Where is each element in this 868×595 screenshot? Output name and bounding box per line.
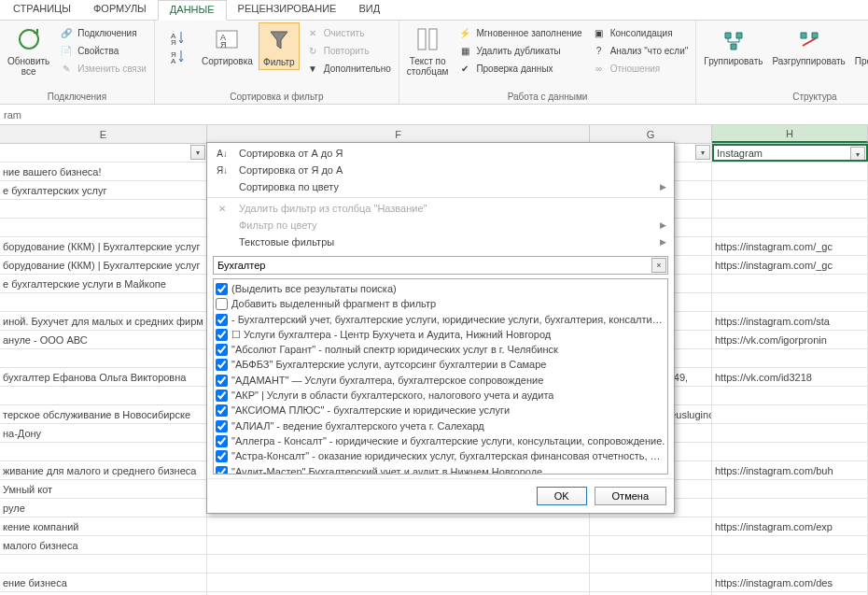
flash-fill-button[interactable]: ⚡Мгновенное заполнение xyxy=(454,24,585,41)
cell[interactable] xyxy=(712,275,868,292)
cell[interactable]: ние вашего бизнеса! xyxy=(0,163,207,180)
cancel-button[interactable]: Отмена xyxy=(595,487,666,505)
filter-checkbox-item[interactable]: "Аудит-Мастер" Бухгалтерский учет и ауди… xyxy=(216,464,665,475)
cell[interactable] xyxy=(712,387,868,404)
cell[interactable] xyxy=(712,480,868,498)
filter-checkbox[interactable] xyxy=(216,435,228,447)
data-validation-button[interactable]: ✔Проверка данных xyxy=(454,60,585,77)
filter-arrow-icon[interactable]: ▾ xyxy=(190,145,205,160)
cell[interactable] xyxy=(712,293,868,311)
filter-checkbox[interactable] xyxy=(216,390,228,402)
cell[interactable]: е бухгалтерских услуг xyxy=(0,181,207,199)
cell[interactable] xyxy=(712,200,868,218)
cell[interactable] xyxy=(207,536,590,554)
cell[interactable]: живание для малого и среднего бизнеса xyxy=(0,461,207,479)
cell[interactable]: https://instagram.com/buh xyxy=(712,461,868,479)
ok-button[interactable]: OK xyxy=(537,487,587,505)
cell[interactable] xyxy=(0,200,207,218)
tab-pages[interactable]: СТРАНИЦЫ xyxy=(2,0,82,20)
filter-button[interactable]: Фильтр xyxy=(259,22,300,70)
cell[interactable] xyxy=(590,555,712,573)
cell[interactable]: кение компаний xyxy=(0,517,207,535)
filter-checkbox[interactable] xyxy=(216,314,228,326)
cell[interactable] xyxy=(712,424,868,442)
filter-checkbox[interactable] xyxy=(216,420,228,432)
header-cell-e[interactable]: ▾ xyxy=(0,144,207,162)
consolidate-button[interactable]: ▣Консолидация xyxy=(588,24,693,41)
cell[interactable]: Умный кот xyxy=(0,480,207,498)
tab-formulas[interactable]: ФОРМУЛЫ xyxy=(82,0,158,20)
cell[interactable]: терское обслуживание в Новосибирске xyxy=(0,405,207,423)
subtotal-button[interactable]: Промежуточный итог xyxy=(851,22,868,78)
group-button[interactable]: Группировать xyxy=(700,22,766,68)
tab-view[interactable]: ВИД xyxy=(347,0,391,20)
filter-checkbox[interactable] xyxy=(216,375,228,387)
filter-checkbox-item[interactable]: - Бухгалтерский учет, бухгалтерские услу… xyxy=(216,312,665,327)
advanced-filter-button[interactable]: ▼Дополнительно xyxy=(301,60,395,77)
filter-checkbox[interactable] xyxy=(216,344,228,356)
cell[interactable]: https://vk.com/igorpronin xyxy=(712,331,868,348)
cell[interactable] xyxy=(207,517,590,535)
filter-checkbox-item[interactable]: "Аллегра - Консалт" - юридические и бухг… xyxy=(216,433,665,448)
whatif-button[interactable]: ?Анализ "что если" xyxy=(588,42,693,59)
cell[interactable]: на-Дону xyxy=(0,424,207,442)
tab-review[interactable]: РЕЦЕНЗИРОВАНИЕ xyxy=(227,0,348,20)
filter-arrow-icon[interactable]: ▾ xyxy=(850,147,865,162)
filter-checkbox-item[interactable]: "АДАМАНТ" — Услуги бухгалтера, бухгалтер… xyxy=(216,373,665,388)
filter-values-list[interactable]: (Выделить все результаты поиска)Добавить… xyxy=(213,278,668,475)
ungroup-button[interactable]: Разгруппировать xyxy=(768,22,848,68)
remove-dup-button[interactable]: ▦Удалить дубликаты xyxy=(454,42,585,59)
cell[interactable]: руле xyxy=(0,499,207,517)
filter-checkbox[interactable] xyxy=(216,466,228,475)
cell[interactable]: https://instagram.com/sta xyxy=(712,312,868,330)
cell[interactable] xyxy=(712,349,868,367)
filter-checkbox[interactable] xyxy=(216,283,228,295)
filter-checkbox-item[interactable]: "АБФБЗ" Бухгалтерские услуги, аутсорсинг… xyxy=(216,357,665,372)
sort-az-item[interactable]: А↓ Сортировка от А до Я xyxy=(207,145,674,162)
cell[interactable]: ение бизнеса xyxy=(0,574,207,591)
header-cell-h[interactable]: Instagram ▾ xyxy=(712,144,868,162)
column-header-F[interactable]: F xyxy=(207,125,590,143)
sort-color-item[interactable]: Сортировка по цвету ▶ xyxy=(207,178,674,195)
edit-links-button[interactable]: ✎Изменить связи xyxy=(55,60,150,77)
cell[interactable]: борудование (ККМ) | Бухгалтерские услуг xyxy=(0,237,207,255)
cell[interactable]: https://vk.com/id3218 xyxy=(712,368,868,386)
filter-checkbox-item[interactable]: Добавить выделенный фрагмент в фильтр xyxy=(216,296,665,311)
cell[interactable] xyxy=(712,405,868,423)
filter-checkbox-item[interactable]: "Астра-Консалт" - оказание юридических у… xyxy=(216,448,665,463)
cell[interactable] xyxy=(590,536,712,554)
sort-button[interactable]: АЯ Сортировка xyxy=(198,22,257,68)
cell[interactable] xyxy=(0,293,207,311)
filter-checkbox[interactable] xyxy=(216,298,228,310)
refresh-all-button[interactable]: Обновить все xyxy=(4,22,53,78)
filter-checkbox-item[interactable]: ☐ Услуги бухгалтера - Центр Бухучета и А… xyxy=(216,327,665,342)
clear-filter-button[interactable]: ✕Очистить xyxy=(301,24,395,41)
text-filters-item[interactable]: Текстовые фильтры ▶ xyxy=(207,234,674,250)
connections-button[interactable]: 🔗Подключения xyxy=(55,24,150,41)
filter-search-input[interactable] xyxy=(213,256,668,275)
cell[interactable] xyxy=(0,555,207,573)
filter-arrow-icon[interactable]: ▾ xyxy=(695,145,710,160)
column-header-E[interactable]: E xyxy=(0,125,207,143)
sort-za-item[interactable]: Я↓ Сортировка от Я до А xyxy=(207,162,674,178)
formula-bar[interactable]: ram xyxy=(0,105,868,125)
cell[interactable] xyxy=(590,517,712,535)
cell[interactable]: малого бизнеса xyxy=(0,536,207,554)
cell[interactable] xyxy=(712,443,868,460)
filter-checkbox-item[interactable]: "АКР" | Услуги в области бухгалтерского,… xyxy=(216,388,665,403)
properties-button[interactable]: 📄Свойства xyxy=(55,42,150,59)
sort-az-button[interactable]: АЯ ЯА xyxy=(159,22,196,71)
cell[interactable]: https://instagram.com/exp xyxy=(712,517,868,535)
filter-checkbox[interactable] xyxy=(216,450,228,462)
cell[interactable]: https://instagram.com/_gc xyxy=(712,256,868,274)
tab-data[interactable]: ДАННЫЕ xyxy=(158,0,227,21)
cell[interactable] xyxy=(712,555,868,573)
relationships-button[interactable]: ∞Отношения xyxy=(588,60,693,77)
filter-checkbox-item[interactable]: "АКСИОМА ПЛЮС" - бухгалтерские и юридиче… xyxy=(216,403,665,418)
filter-checkbox[interactable] xyxy=(216,404,228,417)
cell[interactable]: ануле - ООО АВС xyxy=(0,331,207,348)
filter-checkbox[interactable] xyxy=(216,329,228,341)
cell[interactable]: борудование (ККМ) | Бухгалтерские услуг xyxy=(0,256,207,274)
column-header-G[interactable]: G xyxy=(590,125,712,143)
cell[interactable] xyxy=(712,219,868,236)
